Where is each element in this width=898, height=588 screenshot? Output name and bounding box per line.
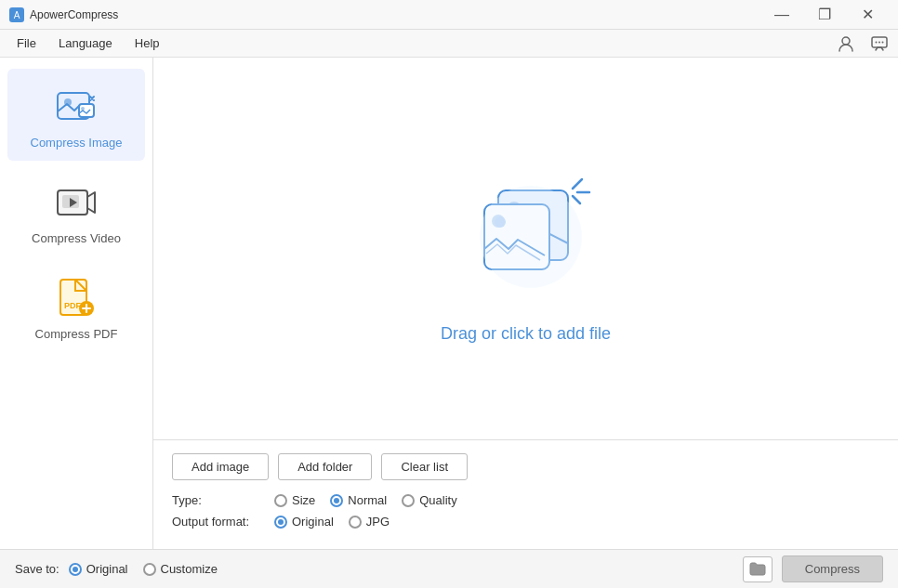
sidebar-item-compress-video-label: Compress Video — [32, 231, 121, 245]
type-size-option[interactable]: Size — [274, 493, 315, 507]
drop-zone-text: Drag or click to add file — [441, 324, 611, 344]
close-button[interactable]: ✕ — [846, 0, 889, 30]
account-icon[interactable] — [833, 31, 859, 57]
status-right: Compress — [743, 555, 883, 582]
type-quality-option[interactable]: Quality — [402, 493, 456, 507]
chat-icon[interactable] — [866, 31, 892, 57]
save-to-label: Save to: — [15, 562, 59, 576]
sidebar-item-compress-image[interactable]: Compress Image — [7, 69, 145, 161]
output-format-label: Output format: — [172, 515, 274, 529]
type-quality-label: Quality — [419, 493, 456, 507]
svg-point-6 — [882, 41, 884, 43]
type-label: Type: — [172, 493, 274, 507]
compress-pdf-icon: PDF — [53, 275, 99, 321]
format-jpg-label: JPG — [366, 515, 390, 529]
svg-point-4 — [876, 41, 878, 43]
sidebar-item-compress-image-label: Compress Image — [31, 136, 123, 150]
type-normal-label: Normal — [348, 493, 387, 507]
drop-zone-link-text: click to — [501, 324, 552, 343]
drop-zone[interactable]: Drag or click to add file — [153, 58, 898, 439]
clear-list-button[interactable]: Clear list — [381, 453, 468, 480]
svg-text:A: A — [14, 10, 20, 20]
add-folder-button[interactable]: Add folder — [278, 453, 372, 480]
folder-button[interactable] — [743, 556, 773, 582]
compress-button[interactable]: Compress — [782, 555, 883, 582]
window-controls: — ❐ ✕ — [760, 0, 889, 30]
status-bar: Save to: Original Customize Compress — [0, 549, 898, 588]
save-original-radio[interactable] — [69, 563, 82, 576]
save-to: Save to: Original Customize — [15, 562, 218, 576]
svg-point-5 — [878, 41, 880, 43]
add-image-button[interactable]: Add image — [172, 453, 269, 480]
menu-help[interactable]: Help — [124, 33, 171, 54]
sidebar-item-compress-pdf-label: Compress PDF — [35, 327, 118, 341]
type-normal-option[interactable]: Normal — [330, 493, 387, 507]
title-bar: A ApowerCompress — ❐ ✕ — [0, 0, 898, 30]
type-size-label: Size — [292, 493, 315, 507]
menu-right — [833, 31, 892, 57]
save-customize-label: Customize — [161, 562, 218, 576]
type-option-row: Type: Size Normal Quality — [172, 493, 879, 507]
bottom-controls: Add image Add folder Clear list Type: Si… — [153, 439, 898, 549]
compress-image-icon — [53, 84, 99, 130]
drop-zone-illustration — [452, 153, 601, 302]
content-area: Drag or click to add file Add image Add … — [153, 58, 898, 549]
svg-text:PDF: PDF — [64, 301, 82, 310]
menu-language[interactable]: Language — [47, 33, 124, 54]
sidebar: Compress Image Compress Video — [0, 58, 153, 549]
app-title: ApowerCompress — [30, 8, 760, 21]
restore-button[interactable]: ❐ — [803, 0, 846, 30]
save-original-option[interactable]: Original — [69, 562, 128, 576]
format-original-option[interactable]: Original — [274, 515, 334, 529]
sidebar-item-compress-pdf[interactable]: PDF Compress PDF — [7, 260, 145, 352]
svg-point-25 — [480, 186, 582, 288]
save-original-label: Original — [86, 562, 128, 576]
action-buttons: Add image Add folder Clear list — [172, 453, 879, 480]
type-radio-group: Size Normal Quality — [274, 493, 457, 507]
menu-bar: File Language Help — [0, 30, 898, 58]
format-original-radio[interactable] — [274, 516, 287, 529]
save-customize-radio[interactable] — [143, 563, 156, 576]
main-layout: Compress Image Compress Video — [0, 58, 898, 549]
format-radio-group: Original JPG — [274, 515, 390, 529]
svg-rect-9 — [79, 104, 94, 117]
svg-line-21 — [573, 196, 580, 203]
save-customize-option[interactable]: Customize — [143, 562, 218, 576]
save-to-options: Original Customize — [69, 562, 218, 576]
type-size-radio[interactable] — [274, 494, 287, 507]
format-jpg-radio[interactable] — [349, 516, 362, 529]
type-quality-radio[interactable] — [402, 494, 415, 507]
svg-line-19 — [573, 179, 582, 189]
svg-point-2 — [842, 37, 850, 45]
drop-zone-end-text: add file — [552, 324, 611, 343]
output-format-row: Output format: Original JPG — [172, 515, 879, 529]
format-jpg-option[interactable]: JPG — [349, 515, 390, 529]
type-normal-radio[interactable] — [330, 494, 343, 507]
drop-zone-static-text: Drag or — [441, 324, 501, 343]
menu-file[interactable]: File — [6, 33, 47, 54]
app-icon: A — [9, 7, 24, 22]
format-original-label: Original — [292, 515, 334, 529]
minimize-button[interactable]: — — [760, 0, 803, 30]
sidebar-item-compress-video[interactable]: Compress Video — [7, 164, 145, 256]
compress-video-icon — [53, 179, 99, 226]
menu-items: File Language Help — [6, 33, 171, 54]
